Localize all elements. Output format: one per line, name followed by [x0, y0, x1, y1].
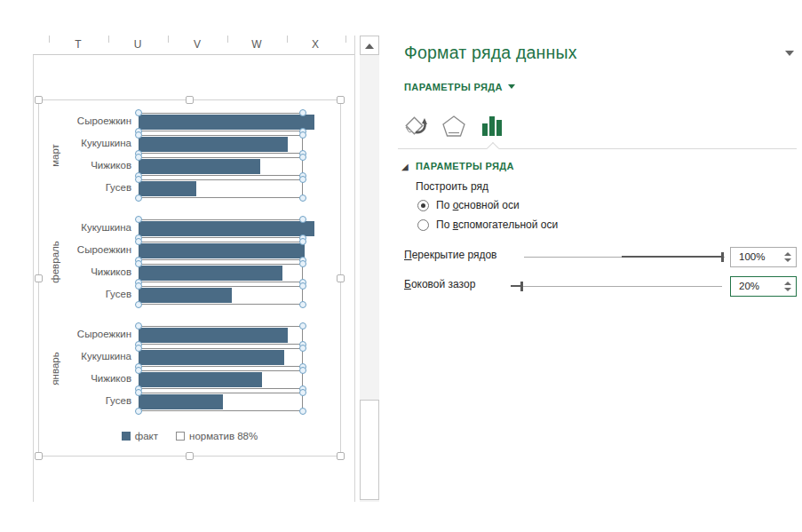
data-point-handle[interactable]	[299, 195, 306, 202]
data-point-handle[interactable]	[299, 238, 306, 245]
column-divider	[287, 36, 288, 43]
data-point-handle[interactable]	[135, 389, 142, 396]
data-point-handle[interactable]	[299, 109, 306, 116]
data-point-handle[interactable]	[299, 154, 306, 161]
radio-button[interactable]	[417, 219, 429, 231]
pane-options-caret-icon[interactable]	[785, 51, 794, 56]
gap-value-spinbox[interactable]: 20%	[730, 276, 797, 297]
scroll-up-arrow-icon	[365, 44, 374, 49]
chart-resize-handle[interactable]	[337, 452, 345, 460]
axis-category-label: Чижиков	[39, 266, 131, 277]
spin-up-icon	[784, 282, 791, 285]
column-header-u[interactable]: U	[120, 38, 155, 51]
gap-slider-track[interactable]	[511, 286, 722, 287]
data-point-handle[interactable]	[135, 176, 142, 183]
fact-bar[interactable]	[139, 243, 305, 258]
gap-width-label: Боковой зазор	[404, 278, 475, 290]
spinner-buttons[interactable]	[782, 277, 792, 296]
fill-line-tab[interactable]	[401, 112, 432, 142]
axis-group-label: январь	[50, 333, 62, 404]
data-point-handle[interactable]	[299, 345, 306, 352]
overlap-slider-thumb[interactable]	[721, 252, 724, 262]
format-task-pane: Формат ряда данных ПАРАМЕТРЫ РЯДА ◢ ПАРА…	[391, 0, 802, 532]
chart-resize-handle[interactable]	[186, 96, 194, 104]
paint-bucket-icon	[401, 112, 432, 142]
data-point-handle[interactable]	[299, 408, 306, 415]
data-point-handle[interactable]	[135, 260, 142, 267]
radio-button[interactable]	[417, 200, 429, 211]
radio-primary-axis[interactable]: По основной оси	[417, 199, 520, 211]
data-point-handle[interactable]	[135, 282, 142, 290]
data-point-handle[interactable]	[135, 301, 142, 308]
data-point-handle[interactable]	[135, 109, 142, 116]
legend-item[interactable]: факт	[122, 431, 158, 441]
chart-resize-handle[interactable]	[35, 96, 43, 104]
data-point-handle[interactable]	[299, 322, 306, 330]
axis-category-label: Чижиков	[39, 160, 131, 171]
fact-bar[interactable]	[139, 115, 314, 130]
series-overlap-label: Перекрытие рядов	[404, 249, 497, 261]
axis-category-label: Гусев	[39, 289, 131, 299]
section-collapse-icon[interactable]: ◢	[401, 162, 409, 171]
scrollbar-thumb[interactable]	[360, 400, 379, 500]
pane-title: Формат ряда данных	[404, 43, 577, 63]
spin-up-icon	[784, 252, 791, 256]
column-header-x[interactable]: X	[298, 38, 333, 51]
data-point-handle[interactable]	[299, 367, 306, 374]
gap-value[interactable]: 20%	[739, 281, 759, 291]
axis-category-label: Сыроежкин	[39, 115, 131, 126]
legend-item[interactable]: норматив 88%	[176, 431, 258, 441]
chart-resize-handle[interactable]	[337, 274, 345, 282]
column-header-w[interactable]: W	[239, 38, 274, 51]
axis-category-label: Кукушкина	[39, 138, 131, 148]
overlap-value-spinbox[interactable]: 100%	[730, 247, 797, 267]
scroll-up-button[interactable]	[360, 36, 379, 55]
chart-object[interactable]: мартСыроежкинКукушкинаЧижиковГусевфеврал…	[38, 99, 341, 457]
axis-category-label: Кукушкина	[39, 351, 131, 361]
series-options-tab[interactable]	[476, 112, 506, 142]
fact-bar[interactable]	[139, 288, 232, 303]
data-point-handle[interactable]	[135, 367, 142, 374]
data-point-handle[interactable]	[299, 282, 306, 290]
chart-legend[interactable]: фактнорматив 88%	[39, 431, 340, 441]
spinner-buttons[interactable]	[782, 248, 792, 266]
chart-resize-handle[interactable]	[337, 96, 345, 104]
gap-slider-thumb[interactable]	[520, 282, 523, 291]
data-point-handle[interactable]	[135, 154, 142, 161]
data-point-handle[interactable]	[299, 260, 306, 267]
data-point-handle[interactable]	[135, 408, 142, 415]
fact-bar[interactable]	[139, 181, 196, 196]
vertical-scrollbar[interactable]	[360, 36, 379, 502]
chart-resize-handle[interactable]	[35, 452, 43, 460]
column-header-v[interactable]: V	[179, 38, 215, 51]
data-point-handle[interactable]	[135, 238, 142, 245]
fact-bar[interactable]	[139, 372, 262, 387]
data-point-handle[interactable]	[299, 301, 306, 308]
section-header[interactable]: ПАРАМЕТРЫ РЯДА	[416, 161, 514, 171]
effects-tab[interactable]	[439, 112, 469, 142]
chart-resize-handle[interactable]	[186, 452, 194, 460]
data-point-handle[interactable]	[299, 389, 306, 396]
tabs-divider	[398, 148, 797, 149]
fact-bar[interactable]	[139, 266, 282, 281]
fact-bar[interactable]	[139, 394, 223, 409]
data-point-handle[interactable]	[135, 131, 142, 139]
fact-bar[interactable]	[139, 159, 260, 174]
data-point-handle[interactable]	[135, 345, 142, 352]
fact-bar[interactable]	[139, 350, 284, 365]
data-point-handle[interactable]	[299, 216, 306, 223]
chart-resize-handle[interactable]	[35, 274, 43, 282]
data-point-handle[interactable]	[299, 131, 306, 139]
fact-bar[interactable]	[139, 137, 288, 152]
column-header-t[interactable]: T	[60, 38, 96, 51]
radio-secondary-axis[interactable]: По вспомогательной оси	[417, 218, 558, 231]
data-point-handle[interactable]	[135, 322, 142, 330]
spin-down-icon	[784, 288, 791, 291]
overlap-value[interactable]: 100%	[739, 251, 765, 262]
data-point-handle[interactable]	[299, 176, 306, 183]
data-point-handle[interactable]	[135, 216, 142, 223]
fact-bar[interactable]	[139, 221, 314, 236]
fact-bar[interactable]	[139, 328, 288, 343]
pane-subheader[interactable]: ПАРАМЕТРЫ РЯДА	[404, 82, 515, 92]
data-point-handle[interactable]	[135, 195, 142, 202]
